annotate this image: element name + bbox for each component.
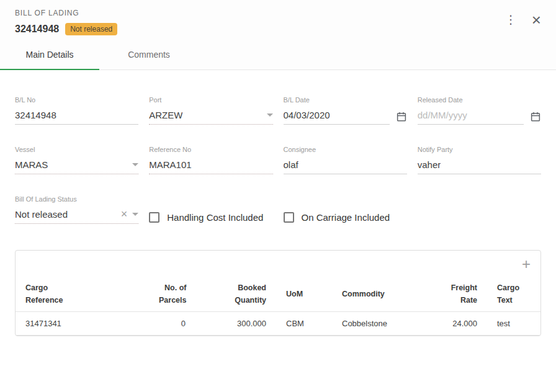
clear-icon[interactable]: × xyxy=(121,210,128,218)
calendar-icon[interactable] xyxy=(530,111,541,122)
col-cargo-reference: Cargo Reference xyxy=(16,277,149,312)
consignee-input[interactable]: olaf xyxy=(284,158,407,174)
cargo-card: + Cargo Reference No. of Parcels Booked … xyxy=(15,250,541,336)
header: BILL OF LADING 32414948 Not released ⋮ × xyxy=(0,0,556,40)
col-commodity: Commodity xyxy=(332,277,428,312)
col-booked-quantity: Booked Quantity xyxy=(195,277,276,312)
checkbox-box-icon xyxy=(149,212,159,223)
col-cargo-text: Cargo Text xyxy=(487,277,540,312)
field-reference-no: Reference No MARA101 xyxy=(149,146,272,174)
chevron-down-icon[interactable] xyxy=(132,213,138,216)
col-freight-rate: Freight Rate xyxy=(428,277,487,312)
cargo-table-header-row: Cargo Reference No. of Parcels Booked Qu… xyxy=(16,277,540,312)
cargo-table: Cargo Reference No. of Parcels Booked Qu… xyxy=(16,277,540,336)
main-details-panel: B/L No 32414948 Port ARZEW B/L Date 04/0… xyxy=(0,70,556,224)
add-cargo-button[interactable]: + xyxy=(522,258,531,270)
page-eyebrow: BILL OF LADING xyxy=(15,9,117,17)
port-select[interactable]: ARZEW xyxy=(149,109,272,125)
notify-party-input[interactable]: vaher xyxy=(418,158,541,174)
bl-date-input[interactable]: 04/03/2020 xyxy=(284,109,390,125)
col-uom: UoM xyxy=(276,277,332,312)
on-carriage-checkbox[interactable]: On Carriage Included xyxy=(284,212,407,223)
page-title: 32414948 xyxy=(15,24,59,35)
chevron-down-icon[interactable] xyxy=(132,163,138,166)
table-row[interactable]: 31471341 0 300.000 CBM Cobbelstone 24.00… xyxy=(16,312,540,336)
field-released-date: Released Date dd/MM/yyyy xyxy=(418,96,541,125)
kebab-menu-icon[interactable]: ⋮ xyxy=(505,14,517,26)
tab-bar: Main Details Comments xyxy=(0,40,556,70)
col-no-of-parcels: No. of Parcels xyxy=(149,277,195,312)
cell-booked-quantity: 300.000 xyxy=(195,312,276,336)
calendar-icon[interactable] xyxy=(396,111,407,122)
close-icon[interactable]: × xyxy=(532,14,541,26)
field-bol-status: Bill Of Lading Status Not released × xyxy=(15,195,138,224)
cell-cargo-reference: 31471341 xyxy=(16,312,149,336)
vessel-select[interactable]: MARAS xyxy=(15,158,138,174)
tab-main-details[interactable]: Main Details xyxy=(0,40,99,69)
field-consignee: Consignee olaf xyxy=(284,146,407,174)
field-bl-no: B/L No 32414948 xyxy=(15,96,138,125)
field-port: Port ARZEW xyxy=(149,96,272,125)
status-badge: Not released xyxy=(65,23,117,35)
handling-cost-checkbox[interactable]: Handling Cost Included xyxy=(149,212,272,223)
bol-status-select[interactable]: Not released × xyxy=(15,208,138,224)
released-date-input[interactable]: dd/MM/yyyy xyxy=(418,109,524,125)
tab-comments[interactable]: Comments xyxy=(99,40,199,69)
checkbox-box-icon xyxy=(284,212,294,223)
cell-no-of-parcels: 0 xyxy=(149,312,195,336)
field-notify-party: Notify Party vaher xyxy=(418,146,541,174)
cell-uom: CBM xyxy=(276,312,332,336)
dialog-header-section: BILL OF LADING 32414948 Not released ⋮ ×… xyxy=(0,0,556,70)
reference-no-input[interactable]: MARA101 xyxy=(149,158,272,174)
bl-no-input[interactable]: 32414948 xyxy=(15,109,138,125)
chevron-down-icon[interactable] xyxy=(267,114,273,117)
cell-commodity: Cobbelstone xyxy=(332,312,428,336)
cell-freight-rate: 24.000 xyxy=(428,312,487,336)
cell-cargo-text: test xyxy=(487,312,540,336)
field-bl-date: B/L Date 04/03/2020 xyxy=(284,96,407,125)
field-vessel: Vessel MARAS xyxy=(15,146,138,174)
